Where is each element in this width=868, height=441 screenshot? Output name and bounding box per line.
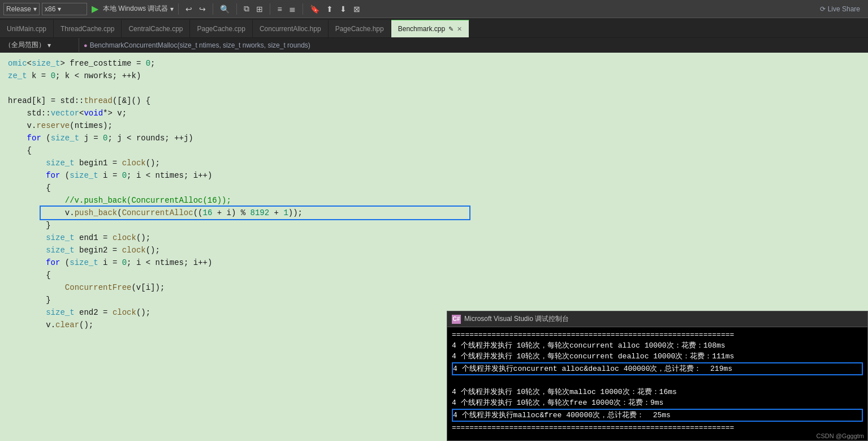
code-text-20: size_t end2 = clock(); [8,306,150,319]
code-text-21: v.clear(); [8,319,93,331]
breadcrumb-bar: （全局范围） ▾ ● BenchmarkConcurrentMalloc(siz… [0,38,868,53]
tab-pagecache-hpp[interactable]: PageCache.hpp [329,20,391,37]
bookmark-button[interactable]: 🔖 [308,3,322,15]
close-icon[interactable]: ✕ [457,25,462,33]
config-dropdown[interactable]: Release ▾ [3,3,40,15]
tab-unitmain[interactable]: UnitMain.cpp [0,20,54,37]
code-text-3: hread[k] = std::thread([&]() { [8,95,150,107]
tab-threadcache[interactable]: ThreadCache.cpp [54,20,122,37]
toolbar-btn2[interactable]: ⊞ [254,3,265,15]
tab-bar: UnitMain.cpp ThreadCache.cpp CentralCach… [0,18,868,38]
separator-5 [303,3,303,15]
redo-button[interactable]: ↪ [197,3,208,15]
console-line-2: 4 个线程并发执行 10轮次，每轮次concurrent dealloc 100… [452,351,863,362]
code-line-11: //v.push_back(ConcurrentAlloc(16)); [6,194,868,207]
scope-label: （全局范围） [5,40,45,50]
find-button[interactable]: 🔍 [218,3,232,15]
tab-centralcache[interactable]: CentralCache.cpp [122,20,190,37]
code-content: omic<size_t> free_costtime = 0; ze_t k =… [0,53,868,336]
debugger-chevron: ▾ [170,5,174,13]
code-line-blank [6,82,868,95]
code-text-8: size_t begin1 = clock(); [8,157,160,169]
platform-chevron: ▾ [58,5,61,13]
tab-unitmain-label: UnitMain.cpp [7,25,46,33]
toolbar-btn5[interactable]: ⊠ [351,3,362,15]
config-chevron: ▾ [33,5,37,13]
toolbar-btn1[interactable]: ⧉ [241,3,252,15]
code-text-19: } [8,294,51,306]
console-title: Microsoft Visual Studio 调试控制台 [464,314,569,324]
console-sep-top: ========================================… [452,329,863,340]
tab-benchmark[interactable]: Benchmark.cpp ✎ ✕ [391,20,469,37]
code-text-13: } [8,219,51,232]
code-text-12: v.push_back(ConcurrentAlloc((16 + i) % 8… [8,207,303,219]
code-text-11: //v.push_back(ConcurrentAlloc(16)); [8,194,231,207]
console-line-6: 4 个线程并发执行malloc&free 400000次，总计花费： 25ms [452,409,863,422]
console-line-5: 4 个线程并发执行 10轮次，每轮次free 10000次：花费：9ms [452,397,863,408]
code-text-16: for (size_t i = 0; i < ntimes; i++) [8,256,212,269]
tab-pagecache-label: PageCache.cpp [197,25,245,33]
code-line-10: { [6,182,868,194]
toolbar-btn4[interactable]: ≣ [287,3,298,15]
console-highlight-2-wrapper: 4 个线程并发执行malloc&free 400000次，总计花费： 25ms [452,409,863,422]
code-text-14: size_t end1 = clock(); [8,232,150,244]
console-body: ========================================… [447,327,867,440]
code-line-5: v.reserve(ntimes); [6,119,868,132]
code-line-13: } [6,219,868,232]
code-line-19: } [6,294,868,306]
bookmark-prev[interactable]: ⬆ [324,3,335,15]
tab-threadcache-label: ThreadCache.cpp [61,25,114,33]
undo-button[interactable]: ↩ [183,3,195,15]
separator-3 [236,3,237,15]
tab-pagecache-hpp-label: PageCache.hpp [335,25,384,33]
liveshare-label: Live Share [828,5,860,13]
code-text-15: size_t begin2 = clock(); [8,244,160,256]
code-text-5: v.reserve(ntimes); [8,119,113,132]
code-line-2: ze_t k = 0; k < nworks; ++k) [6,70,868,82]
breadcrumb-func: ● BenchmarkConcurrentMalloc(size_t ntime… [79,41,315,49]
editor-container: omic<size_t> free_costtime = 0; ze_t k =… [0,53,868,441]
code-text-10: { [8,182,51,194]
code-line-6: for (size_t j = 0; j < rounds; ++j) [6,132,868,144]
code-line-17: { [6,269,868,281]
watermark: CSDN @Ggggtm [816,433,864,439]
func-label: BenchmarkConcurrentMalloc(size_t ntimes,… [90,41,310,49]
console-line-4: 4 个线程并发执行 10轮次，每轮次malloc 10000次：花费：16ms [452,387,863,397]
run-button[interactable]: ▶ [89,3,101,14]
code-text-6: for (size_t j = 0; j < rounds; ++j) [8,132,193,144]
tab-benchmark-label: Benchmark.cpp [398,25,445,33]
console-app-icon: C# [452,315,461,324]
code-line-18: ConcurrentFree(v[i]); [6,281,868,294]
console-titlebar: C# Microsoft Visual Studio 调试控制台 [447,311,867,327]
platform-dropdown[interactable]: x86 ▾ [42,3,87,15]
tab-centralcache-label: CentralCache.cpp [128,25,183,33]
code-text-1: omic<size_t> free_costtime = 0; [8,57,156,70]
separator-2 [213,3,213,15]
code-text-2: ze_t k = 0; k < nworks; ++k) [8,70,141,82]
code-line-14: size_t end1 = clock(); [6,232,868,244]
config-label: Release [6,5,31,13]
console-line-1: 4 个线程并发执行 10轮次，每轮次concurrent alloc 10000… [452,340,863,351]
liveshare-button[interactable]: ⟳ Live Share [815,5,865,13]
code-text-7: { [8,144,32,157]
console-highlight-1-wrapper: 4 个线程并发执行concurrent alloc&dealloc 400000… [452,362,863,375]
debugger-label: 本地 Windows 调试器 [103,4,168,14]
breadcrumb-scope[interactable]: （全局范围） ▾ [0,38,79,52]
tab-pagecache[interactable]: PageCache.cpp [190,20,252,37]
console-window[interactable]: C# Microsoft Visual Studio 调试控制台 =======… [447,311,868,441]
code-line-3: hread[k] = std::thread([&]() { [6,95,868,107]
function-icon: ● [84,42,88,49]
bookmark-next[interactable]: ⬇ [338,3,349,15]
toolbar: Release ▾ x86 ▾ ▶ 本地 Windows 调试器 ▾ ↩ ↪ 🔍… [0,0,868,18]
separator-1 [178,3,179,15]
code-text-9: for (size_t i = 0; i < ntimes; i++) [8,169,212,182]
console-line-3: 4 个线程并发执行concurrent alloc&dealloc 400000… [452,362,863,375]
code-line-8: size_t begin1 = clock(); [6,157,868,169]
platform-label: x86 [45,5,55,13]
code-line-15: size_t begin2 = clock(); [6,244,868,256]
toolbar-btn3[interactable]: ≡ [275,3,284,15]
tab-concurrentalloc-label: ConcurrentAlloc.hpp [260,25,321,33]
separator-4 [270,3,270,15]
console-line-blank [452,376,863,387]
tab-concurrentalloc[interactable]: ConcurrentAlloc.hpp [253,20,329,37]
